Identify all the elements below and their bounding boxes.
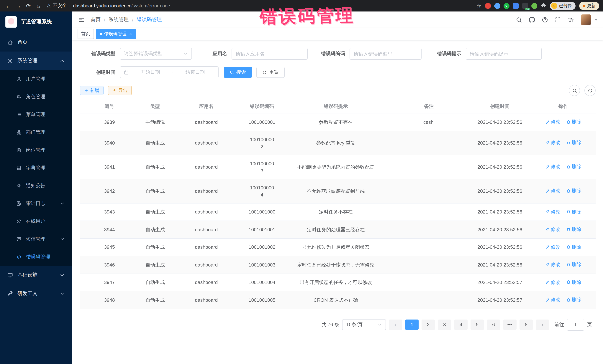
sidebar-item-dict-management[interactable]: 字典管理 <box>0 159 72 177</box>
book-icon <box>16 165 22 170</box>
font-size-button[interactable] <box>568 16 574 23</box>
extension-icon-grid[interactable] <box>513 3 519 9</box>
export-button[interactable]: 导出 <box>108 86 132 95</box>
github-button[interactable] <box>529 16 535 23</box>
extension-icon-dark[interactable]: on <box>522 3 528 9</box>
sidebar-item-home[interactable]: 首页 <box>0 33 72 52</box>
edit-button[interactable]: 修改 <box>545 261 560 268</box>
sidebar-item-user-management[interactable]: 用户管理 <box>0 70 72 88</box>
delete-button[interactable]: 删除 <box>566 139 581 146</box>
page-button-1[interactable]: 1 <box>405 319 418 330</box>
page-button-8[interactable]: 8 <box>520 319 533 330</box>
delete-button[interactable]: 删除 <box>566 261 581 268</box>
cell-code: 1001001002 <box>242 238 282 256</box>
pagination: 共 76 条 10条/页 ‹ 123456•••8 › 前往 页 <box>83 319 592 343</box>
extension-icon-red[interactable] <box>485 3 491 9</box>
header-search-button[interactable] <box>516 16 522 23</box>
reset-button[interactable]: 重置 <box>256 67 285 78</box>
browser-update-button[interactable]: 更新 <box>579 2 599 10</box>
page-button-2[interactable]: 2 <box>422 319 435 330</box>
create-time-range-picker[interactable]: 开始日期 - 结束日期 <box>120 66 219 78</box>
extension-icon-blue[interactable] <box>494 3 500 9</box>
sidebar-item-post-management[interactable]: 岗位管理 <box>0 141 72 159</box>
address-bar[interactable]: ⚠ 不安全 | dashboard.yudao.iocoder.cn/syste… <box>47 3 481 9</box>
add-button[interactable]: 新增 <box>80 86 104 95</box>
delete-icon <box>566 120 571 124</box>
goto-page-input[interactable] <box>567 319 584 331</box>
edit-button[interactable]: 修改 <box>545 163 560 170</box>
filter-code-label: 错误码编码 <box>321 50 349 57</box>
security-chip[interactable]: ⚠ 不安全 <box>47 3 67 9</box>
extensions-puzzle-icon[interactable] <box>541 3 546 9</box>
delete-button[interactable]: 删除 <box>566 187 581 194</box>
cell-id: 3945 <box>80 238 139 256</box>
sidebar-item-sms-management[interactable]: 短信管理 <box>0 230 72 248</box>
page-button-4[interactable]: 4 <box>454 319 468 330</box>
sidebar-item-error-code-management[interactable]: 错误码管理 <box>0 248 72 266</box>
tab-home[interactable]: 首页 <box>78 29 94 39</box>
reload-button[interactable]: ⟳ <box>24 1 33 10</box>
forward-button[interactable]: → <box>14 1 23 10</box>
sidebar-item-role-management[interactable]: 角色管理 <box>0 88 72 106</box>
edit-button[interactable]: 修改 <box>545 208 560 215</box>
breadcrumb-item-home[interactable]: 首页 <box>91 16 101 23</box>
menu-fold-button[interactable] <box>78 16 85 23</box>
sidebar-item-dev-tools[interactable]: 研发工具 <box>0 284 72 303</box>
sidebar-item-system-management[interactable]: 系统管理 <box>0 52 72 70</box>
page-button-5[interactable]: 5 <box>471 319 484 330</box>
delete-button[interactable]: 删除 <box>566 208 581 215</box>
extension-icon-green[interactable] <box>531 3 537 9</box>
cell-id: 3941 <box>80 155 139 179</box>
edit-button[interactable]: 修改 <box>545 118 560 125</box>
page-button-6[interactable]: 6 <box>487 319 500 330</box>
edit-button[interactable]: 修改 <box>545 187 560 194</box>
delete-button[interactable]: 删除 <box>566 243 581 250</box>
page-ellipsis[interactable]: ••• <box>503 319 517 330</box>
cell-remark <box>389 274 469 291</box>
browser-home-button[interactable]: ⌂ <box>34 1 43 10</box>
page-button-3[interactable]: 3 <box>438 319 451 330</box>
breadcrumb-item-system[interactable]: 系统管理 <box>109 16 129 23</box>
sidebar-item-audit-log[interactable]: 审计日志 <box>0 195 72 212</box>
app-name-input[interactable] <box>232 48 308 60</box>
sidebar-item-dept-management[interactable]: 部门管理 <box>0 123 72 141</box>
error-type-select[interactable]: 请选择错误码类型 <box>120 48 192 60</box>
bookmark-star-icon[interactable]: ☆ <box>476 3 481 9</box>
table-row: 3946 自动生成 dashboard 1001001003 定时任务已经处于该… <box>80 256 596 274</box>
next-page-button[interactable]: › <box>536 319 549 330</box>
back-button[interactable]: ← <box>4 1 13 10</box>
close-icon[interactable]: × <box>129 31 132 37</box>
edit-button[interactable]: 修改 <box>545 139 560 146</box>
error-message-input[interactable] <box>466 48 542 60</box>
fullscreen-button[interactable] <box>555 16 561 23</box>
sidebar-item-notice[interactable]: 通知公告 <box>0 177 72 195</box>
toolbar-search-toggle-button[interactable] <box>569 85 580 96</box>
sidebar-item-menu-management[interactable]: 菜单管理 <box>0 106 72 123</box>
sidebar-item-online-users[interactable]: 在线用户 <box>0 212 72 230</box>
user-avatar[interactable] <box>581 14 591 25</box>
cell-id: 3942 <box>80 179 139 203</box>
page-size-select[interactable]: 10条/页 <box>342 319 386 330</box>
delete-button[interactable]: 删除 <box>566 118 581 125</box>
prev-page-button[interactable]: ‹ <box>389 319 402 330</box>
delete-button[interactable]: 删除 <box>566 278 581 286</box>
delete-button[interactable]: 删除 <box>566 296 581 303</box>
search-button[interactable]: 搜索 <box>224 67 252 78</box>
tab-error-code[interactable]: 错误码管理 × <box>96 29 136 39</box>
profile-paused-chip[interactable]: ☺ 已暂停 <box>550 2 576 10</box>
cell-code: 1001000001 <box>242 113 282 131</box>
sidebar-item-infrastructure[interactable]: 基础设施 <box>0 266 72 284</box>
cell-created: 2021-04-20 23:52:57 <box>469 274 531 291</box>
help-button[interactable] <box>542 16 548 23</box>
extension-icon-vue[interactable]: V <box>503 3 509 9</box>
delete-button[interactable]: 删除 <box>566 163 581 170</box>
toolbar-refresh-button[interactable] <box>584 85 596 96</box>
edit-button[interactable]: 修改 <box>545 296 560 303</box>
caret-down-icon[interactable]: ▾ <box>595 17 597 22</box>
edit-button[interactable]: 修改 <box>545 278 560 286</box>
app-logo[interactable]: 芋道管理系统 <box>0 11 72 32</box>
edit-button[interactable]: 修改 <box>545 243 560 250</box>
error-code-input[interactable] <box>349 48 422 60</box>
delete-button[interactable]: 删除 <box>566 226 581 233</box>
edit-button[interactable]: 修改 <box>545 226 560 233</box>
